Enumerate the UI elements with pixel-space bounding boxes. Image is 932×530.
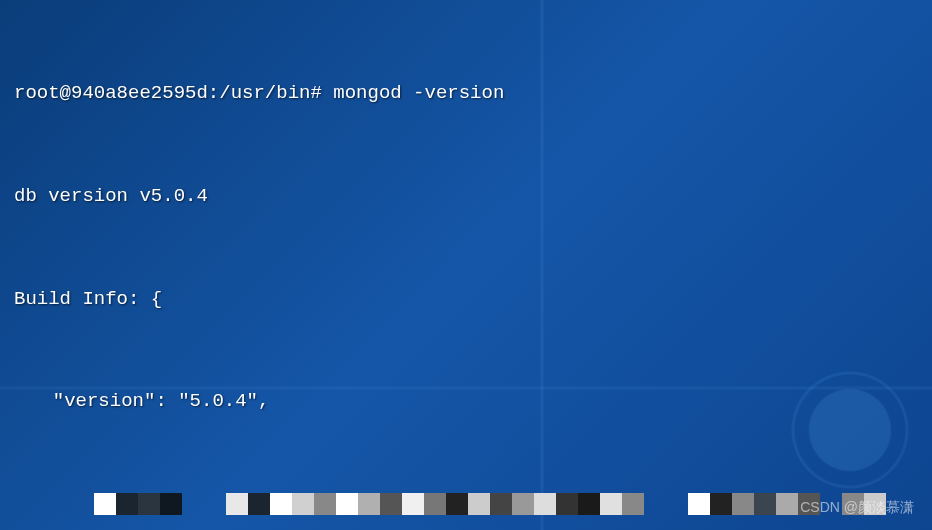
- censored-row-1: [94, 493, 918, 515]
- version-field: "version": "5.0.4",: [14, 384, 918, 418]
- prompt-host: 940a8ee2595d: [71, 82, 208, 104]
- watermark-text: CSDN @颜淡慕潇: [800, 495, 914, 520]
- prompt-user: root: [14, 82, 60, 104]
- prompt-line[interactable]: root@940a8ee2595d:/usr/bin# mongod -vers…: [14, 76, 918, 110]
- db-version-line: db version v5.0.4: [14, 179, 918, 213]
- prompt-symbol: #: [310, 82, 321, 104]
- prompt-path: /usr/bin: [219, 82, 310, 104]
- command-text: mongod -version: [333, 82, 504, 104]
- build-info-open: Build Info: {: [14, 282, 918, 316]
- terminal-output: root@940a8ee2595d:/usr/bin# mongod -vers…: [14, 8, 918, 530]
